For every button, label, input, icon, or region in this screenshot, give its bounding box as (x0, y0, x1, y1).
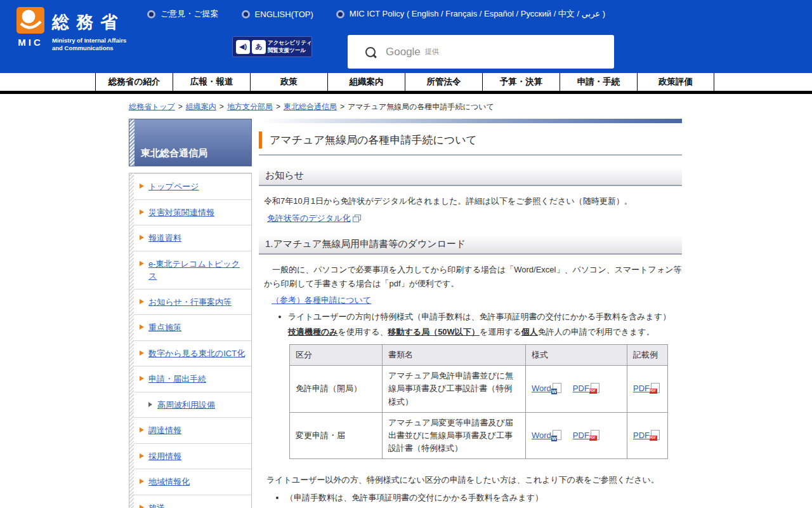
general-users-text: ライトユーザー以外の方、特例様式にない区分の申請をしたい方は、これより下の表をご… (266, 473, 682, 487)
sidebar-item-8[interactable]: 高周波利用設備 (134, 392, 251, 418)
sidebar-item-label[interactable]: 高周波利用設備 (157, 400, 215, 410)
ministry-title: 総務省 (52, 11, 126, 34)
category-cell: 免許申請（開局） (290, 366, 383, 412)
header-utility-link-1[interactable]: ENGLISH(TOP) (242, 10, 313, 19)
triangle-bullet-icon (140, 427, 144, 432)
table-header-cell: 区分 (290, 345, 383, 366)
sidebar-item-label[interactable]: 災害対策関連情報 (148, 208, 214, 217)
pdf-link[interactable]: PDF (573, 384, 589, 393)
digital-license-link[interactable]: 免許状等のデジタル化 (267, 213, 351, 223)
special-forms-table: 区分書類名様式記載例免許申請（開局）アマチュア局免許申請書並びに無線局事項書及び… (289, 344, 668, 459)
sidebar-item-4[interactable]: お知らせ・行事案内等 (134, 289, 251, 315)
search-provided-label: 提供 (425, 47, 439, 57)
triangle-bullet-icon (140, 235, 144, 240)
breadcrumb-link[interactable]: 総務省トップ (129, 102, 175, 111)
pdf-link[interactable]: PDF (633, 431, 650, 440)
sidebar-item-label[interactable]: 放送 (148, 503, 165, 508)
word-link[interactable]: Word (532, 384, 551, 393)
nav-item-3[interactable]: 組織案内 (327, 73, 405, 91)
nav-item-2[interactable]: 政策 (250, 73, 327, 91)
mic-logo-mark: MIC (16, 7, 44, 48)
plain-text: 免許人の申請で利用できます。 (538, 327, 655, 337)
breadcrumb-link[interactable]: 東北総合通信局 (284, 102, 337, 111)
mic-logo-text: MIC (18, 37, 43, 48)
nav-item-4[interactable]: 所管法令 (405, 73, 482, 91)
category-cell: 変更申請・届 (290, 412, 383, 458)
sidebar-item-label[interactable]: トップページ (148, 182, 199, 191)
search-input[interactable]: Google 提供 (348, 35, 614, 69)
search-brand-label: Google (386, 46, 421, 58)
eligibility-emphasis-line: 技適機種のみを使用する、移動する局（50W以下）を運用する個人免許人の申請で利用… (288, 325, 682, 339)
download-section-heading: 1.アマチュア無線局用申請書等のダウンロード (259, 235, 682, 255)
accessibility-tool-button[interactable]: ◀) あ アクセシビリティ 閲覧支援ツール (232, 36, 312, 57)
ministry-subtitle: Ministry of Internal Affairs and Communi… (52, 37, 126, 53)
breadcrumb-link[interactable]: 地方支分部局 (227, 102, 273, 111)
header-utility-link-2[interactable]: MIC ICT Policy ( English / Français / Es… (336, 8, 605, 20)
triangle-bullet-icon (140, 351, 144, 356)
download-intro-text: 一般的に、パソコンで必要事項を入力してから印刷する場合は「Word/Excel」… (264, 263, 682, 291)
table-row: 免許申請（開局）アマチュア局免許申請書並びに無線局事項書及び工事設計書（特例様式… (290, 366, 668, 412)
breadcrumb: 総務省トップ>組織案内>地方支分部局>東北総合通信局>アマチュア無線局の各種申請… (129, 102, 812, 112)
sidebar-item-11[interactable]: 地域情報化 (134, 469, 251, 495)
nav-item-5[interactable]: 予算・決算 (482, 73, 560, 91)
fee-note-bullet: （申請手数料は、免許事項証明書の交付にかかる手数料を含みます） (285, 491, 682, 505)
sidebar-item-7[interactable]: 申請・届出手続 (134, 366, 251, 392)
triangle-bullet-icon (140, 210, 144, 215)
sidebar-item-10[interactable]: 採用情報 (134, 443, 251, 469)
form-links-cell: WordPDF (526, 366, 627, 412)
table-header-cell: 書類名 (383, 345, 526, 366)
pdf-download: PDF (633, 431, 660, 440)
triangle-bullet-icon (140, 299, 144, 304)
pdf-download: PDF (573, 431, 599, 440)
plain-text: を運用する (480, 327, 521, 337)
header-utility-link-0[interactable]: ご意見・ご提案 (147, 8, 219, 20)
light-user-bullet: ライトユーザーの方向け特例様式（申請手数料は、免許事項証明書の交付にかかる手数料… (288, 311, 682, 324)
sidebar-item-label[interactable]: お知らせ・行事案内等 (148, 297, 232, 307)
triangle-bullet-icon (140, 376, 144, 381)
sidebar-item-12[interactable]: 放送 (134, 495, 251, 508)
pdf-link[interactable]: PDF (633, 384, 650, 393)
sidebar-item-2[interactable]: 報道資料 (134, 225, 251, 251)
sidebar-item-label[interactable]: e-東北テレコムトピックス (148, 259, 240, 281)
nav-item-6[interactable]: 申請・手続 (560, 73, 637, 91)
nav-item-0[interactable]: 総務省の紹介 (95, 73, 173, 91)
sidebar-item-3[interactable]: e-東北テレコムトピックス (134, 251, 251, 289)
triangle-bullet-icon (140, 505, 144, 508)
sidebar-item-label[interactable]: 申請・届出手続 (148, 374, 206, 384)
header-utility-link-label: MIC ICT Policy ( English / Français / Es… (350, 8, 605, 20)
sidebar-item-5[interactable]: 重点施策 (134, 314, 251, 340)
nav-item-7[interactable]: 政策評価 (637, 73, 714, 91)
sidebar-bureau-title[interactable]: 東北総合通信局 (129, 119, 252, 166)
pdf-icon (591, 383, 599, 393)
notice-section-heading: お知らせ (259, 166, 682, 186)
sidebar-item-label[interactable]: 報道資料 (148, 233, 181, 243)
sidebar-item-1[interactable]: 災害対策関連情報 (134, 199, 251, 225)
circle-bullet-icon (242, 10, 250, 18)
header-utility-links: ご意見・ご提案ENGLISH(TOP)MIC ICT Policy ( Engl… (147, 8, 605, 20)
speaker-icon: ◀) (236, 40, 250, 54)
sidebar-item-9[interactable]: 調達情報 (134, 417, 251, 443)
nav-item-1[interactable]: 広報・報道 (173, 73, 250, 91)
breadcrumb-link[interactable]: 組織案内 (186, 102, 216, 111)
sidebar-item-label[interactable]: 重点施策 (148, 323, 181, 332)
breadcrumb-separator: > (219, 102, 224, 111)
notice-link-line: 免許状等のデジタル化 (267, 213, 682, 224)
header-utility-link-label: ご意見・ご提案 (160, 8, 219, 20)
fee-note-bullet-list: （申請手数料は、免許事項証明書の交付にかかる手数料を含みます） (259, 491, 682, 505)
sidebar-item-label[interactable]: 調達情報 (148, 425, 181, 435)
pdf-link[interactable]: PDF (573, 431, 589, 440)
sidebar-item-label[interactable]: 地域情報化 (148, 477, 190, 486)
sidebar-item-6[interactable]: 数字から見る東北のICT化 (134, 340, 251, 366)
word-link[interactable]: Word (532, 431, 551, 440)
sidebar-item-label[interactable]: 採用情報 (148, 451, 181, 461)
triangle-bullet-icon (140, 261, 144, 266)
mic-logo[interactable]: MIC 総務省 Ministry of Internal Affairs and… (16, 7, 126, 53)
breadcrumb-separator: > (340, 102, 344, 111)
pdf-download: PDF (573, 384, 599, 393)
sidebar-item-label[interactable]: 数字から見る東北のICT化 (148, 349, 245, 358)
breadcrumb-current: アマチュア無線局の各種申請手続について (348, 102, 494, 111)
pdf-download: PDF (633, 384, 660, 393)
word-download: Word (532, 431, 561, 440)
application-reference-link[interactable]: （参考）各種申請について (272, 295, 371, 305)
sidebar-item-0[interactable]: トップページ (134, 173, 251, 199)
